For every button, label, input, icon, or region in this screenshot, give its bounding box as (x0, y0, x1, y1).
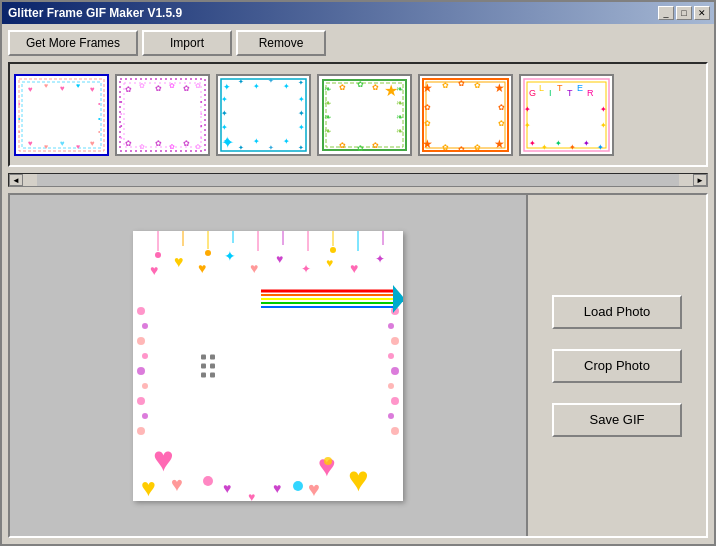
frame-thumb-1[interactable]: ♥ ♥ ♥ ♥ ♥ ♥ ♥ ♥ ♥ ♥ • (14, 74, 109, 156)
svg-text:✦: ✦ (238, 78, 244, 85)
window-controls: _ □ ✕ (658, 6, 710, 20)
svg-text:✦: ✦ (597, 143, 604, 152)
svg-point-137 (137, 337, 145, 345)
scrollbar-track[interactable] (37, 174, 679, 186)
svg-text:✿: ✿ (195, 82, 201, 89)
tab-row: Get More Frames Import Remove (8, 30, 708, 56)
svg-text:♥: ♥ (90, 139, 95, 148)
svg-text:♥: ♥ (308, 478, 320, 500)
svg-text:✦: ✦ (268, 77, 274, 84)
svg-point-140 (142, 383, 148, 389)
svg-text:T: T (567, 88, 573, 98)
svg-text:✿: ✿ (474, 143, 481, 152)
svg-text:✿: ✿ (139, 82, 145, 89)
svg-text:R: R (587, 88, 594, 98)
handle-dot (210, 354, 215, 359)
svg-text:♥: ♥ (76, 143, 80, 150)
svg-text:✦: ✦ (298, 79, 304, 86)
svg-text:✦: ✦ (301, 262, 311, 276)
svg-text:✿: ✿ (474, 81, 481, 90)
svg-text:✦: ✦ (223, 82, 231, 92)
svg-text:❧: ❧ (396, 98, 404, 108)
svg-point-142 (142, 413, 148, 419)
svg-text:❧: ❧ (396, 112, 404, 122)
svg-text:•: • (200, 110, 203, 117)
tab-import[interactable]: Import (142, 30, 232, 56)
svg-text:★: ★ (494, 137, 505, 151)
svg-point-147 (388, 353, 394, 359)
svg-text:♥: ♥ (76, 82, 80, 89)
svg-text:✦: ✦ (221, 134, 234, 151)
handle-dot (201, 372, 206, 377)
svg-text:•: • (200, 134, 203, 141)
svg-text:♥: ♥ (60, 139, 65, 148)
svg-text:✦: ✦ (541, 143, 548, 152)
svg-text:•: • (120, 122, 123, 129)
svg-text:♥: ♥ (273, 480, 281, 496)
svg-text:✿: ✿ (498, 119, 505, 128)
svg-text:♥: ♥ (350, 260, 358, 276)
svg-point-138 (142, 353, 148, 359)
svg-point-168 (203, 476, 213, 486)
frame-thumb-3[interactable]: ✦ ✦ ✦ ✦ ✦ ✦ ✦ ✦ ✦ ✦ ✦ ✦ ✦ (216, 74, 311, 156)
svg-text:✿: ✿ (125, 139, 132, 148)
svg-text:✦: ✦ (524, 105, 531, 114)
title-bar: Glitter Frame GIF Maker V1.5.9 _ □ ✕ (2, 2, 714, 24)
maximize-button[interactable]: □ (676, 6, 692, 20)
svg-text:✦: ✦ (268, 144, 274, 151)
svg-text:✦: ✦ (569, 143, 576, 152)
svg-point-135 (137, 307, 145, 315)
svg-text:✿: ✿ (183, 84, 190, 93)
svg-text:✦: ✦ (298, 123, 305, 132)
svg-text:♥: ♥ (348, 459, 369, 498)
svg-text:♥: ♥ (276, 252, 283, 266)
frame-thumb-4[interactable]: ★ ❧ ❧ ❧ ❧ ❧ ❧ ❧ ❧ ✿ ✿ (317, 74, 412, 156)
svg-text:✿: ✿ (372, 141, 379, 150)
svg-text:♥: ♥ (28, 85, 33, 94)
save-gif-button[interactable]: Save GIF (552, 403, 682, 437)
svg-text:❧: ❧ (324, 112, 332, 122)
svg-text:✦: ✦ (283, 137, 290, 146)
svg-text:♥: ♥ (60, 84, 65, 93)
svg-point-118 (205, 250, 211, 256)
frame-thumb-2[interactable]: ✿ ✿ ✿ ✿ ✿ ✿ ✿ ✿ ✿ ✿ ✿ ✿ • (115, 74, 210, 156)
svg-text:✦: ✦ (583, 139, 590, 148)
frame-thumb-6[interactable]: G L I T T E R ✦ ✦ ✦ ✦ ✦ (519, 74, 614, 156)
scrollbar[interactable]: ◄ ► (8, 173, 708, 187)
svg-text:•: • (200, 98, 203, 105)
gif-canvas: ♥ ♥ ♥ ✦ (133, 231, 403, 501)
svg-text:I: I (549, 88, 552, 98)
frame-thumb-5[interactable]: ★ ★ ★ ★ ✿ ✿ ✿ ✿ ✿ ✿ ✿ ✿ (418, 74, 513, 156)
main-window: Glitter Frame GIF Maker V1.5.9 _ □ ✕ Get… (0, 0, 716, 546)
svg-text:✿: ✿ (442, 81, 449, 90)
svg-point-129 (330, 247, 336, 253)
svg-text:✿: ✿ (458, 79, 465, 88)
svg-text:★: ★ (422, 137, 433, 151)
scroll-left-button[interactable]: ◄ (9, 174, 23, 186)
svg-text:L: L (539, 83, 544, 93)
svg-text:✿: ✿ (372, 83, 379, 92)
handle-dot (210, 363, 215, 368)
scroll-right-button[interactable]: ► (693, 174, 707, 186)
minimize-button[interactable]: _ (658, 6, 674, 20)
svg-point-148 (391, 367, 399, 375)
tab-remove[interactable]: Remove (236, 30, 326, 56)
svg-point-139 (137, 367, 145, 375)
close-button[interactable]: ✕ (694, 6, 710, 20)
load-photo-button[interactable]: Load Photo (552, 295, 682, 329)
svg-text:✿: ✿ (125, 85, 132, 94)
svg-point-145 (388, 323, 394, 329)
svg-text:✿: ✿ (155, 139, 162, 148)
svg-text:♥: ♥ (250, 260, 258, 276)
svg-text:❧: ❧ (396, 84, 404, 94)
svg-text:✿: ✿ (424, 103, 431, 112)
svg-text:✿: ✿ (442, 143, 449, 152)
svg-text:✦: ✦ (298, 144, 304, 151)
svg-text:♥: ♥ (44, 143, 48, 150)
svg-rect-18 (120, 79, 205, 151)
tab-get-more-frames[interactable]: Get More Frames (8, 30, 138, 56)
svg-text:♥: ♥ (171, 473, 183, 495)
crop-photo-button[interactable]: Crop Photo (552, 349, 682, 383)
svg-text:•: • (120, 110, 123, 117)
side-panel: Load Photo Crop Photo Save GIF (526, 195, 706, 536)
